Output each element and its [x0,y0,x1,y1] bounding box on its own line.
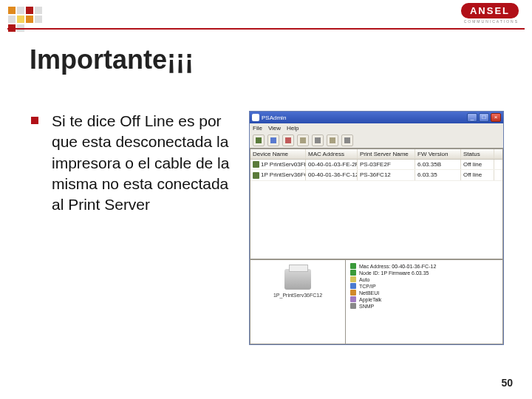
slide-header: ANSEL COMMUNICATIONS [0,0,532,30]
table-row[interactable]: 1P PrintServ36FC12 00-40-01-36-FC-12 PS-… [250,170,502,180]
col-device[interactable]: Device Name [250,149,306,159]
prop-tcpip: TCP/IP [350,283,498,289]
cell-status: Off line [461,170,494,180]
cell-psname: PS-03FE2F [358,160,415,169]
toolbar [250,133,503,149]
col-status[interactable]: Status [461,149,494,159]
tree-icon [350,283,356,289]
device-icon [253,161,259,168]
menubar: File View Help [250,123,503,133]
header-divider [7,28,525,30]
col-fw[interactable]: FW Version [415,149,461,159]
cell-fw: 6.03.35B [415,160,461,169]
detail-pane: 1P_PrintServ36FC12 Mac Address: 00-40-01… [250,259,503,344]
tree-icon [350,290,356,296]
bullet-column [31,111,44,345]
window-titlebar[interactable]: PSAdmin _ □ × [250,112,503,123]
detail-right: Mac Address: 00-40-01-36-FC-12 Node ID: … [346,260,503,344]
tree-icon [350,276,356,282]
toolbar-button-5[interactable] [312,134,324,146]
brand-sub: COMMUNICATIONS [461,19,519,24]
window-title: PSAdmin [262,115,286,121]
toolbar-button-7[interactable] [341,134,353,146]
device-table: Device Name MAC Address Print Server Nam… [250,149,503,259]
minimize-button[interactable]: _ [467,113,477,122]
slide-title: Importante¡¡¡ [30,44,194,75]
tree-icon [350,296,356,302]
toolbar-button-6[interactable] [327,134,338,146]
cell-device: 1P PrintServ03FE2F [261,161,306,168]
menu-view[interactable]: View [268,125,281,132]
col-mac[interactable]: MAC Address [306,149,358,159]
prop-node: Node ID: 1P Firmware 6.03.35 [350,270,498,276]
cell-mac: 00-40-01-36-FC-12 [306,170,358,180]
prop-snmp: SNMP [350,303,498,309]
prop-mac: Mac Address: 00-40-01-36-FC-12 [350,263,498,269]
close-button[interactable]: × [491,113,501,122]
toolbar-button-1[interactable] [253,134,265,146]
cell-psname: PS-36FC12 [358,170,415,180]
toolbar-button-2[interactable] [267,134,279,146]
device-icon [253,172,259,179]
tree-icon [350,303,356,309]
prop-netbeui: NetBEUI [350,290,498,296]
toolbar-button-3[interactable] [282,134,294,146]
printer-icon [284,269,311,290]
cell-device: 1P PrintServ36FC12 [261,171,306,178]
bullet-text: Si te dice Off Line es por que esta desc… [52,111,242,345]
prop-auto: Auto [350,276,498,282]
tree-icon [350,263,356,269]
cell-fw: 6.03.35 [415,170,461,180]
app-icon [252,114,259,121]
selected-device-label: 1P_PrintServ36FC12 [253,293,342,298]
tree-icon [350,270,356,276]
menu-file[interactable]: File [253,125,262,132]
bullet-square-icon [31,117,38,124]
cell-mac: 00-40-01-03-FE-2F [306,160,358,169]
prop-appletalk: AppleTalk [350,296,498,302]
table-row[interactable]: 1P PrintServ03FE2F 00-40-01-03-FE-2F PS-… [250,160,502,170]
table-header: Device Name MAC Address Print Server Nam… [250,149,502,160]
page-number: 50 [501,377,513,389]
psadmin-window: PSAdmin _ □ × File View Help Device Name… [249,111,504,345]
brand: ANSEL COMMUNICATIONS [461,3,519,24]
toolbar-button-4[interactable] [297,134,309,146]
menu-help[interactable]: Help [287,125,299,132]
detail-left: 1P_PrintServ36FC12 [250,260,346,344]
col-psname[interactable]: Print Server Name [358,149,415,159]
maximize-button[interactable]: □ [479,113,489,122]
cell-status: Off line [461,160,494,169]
brand-name: ANSEL [461,3,519,18]
